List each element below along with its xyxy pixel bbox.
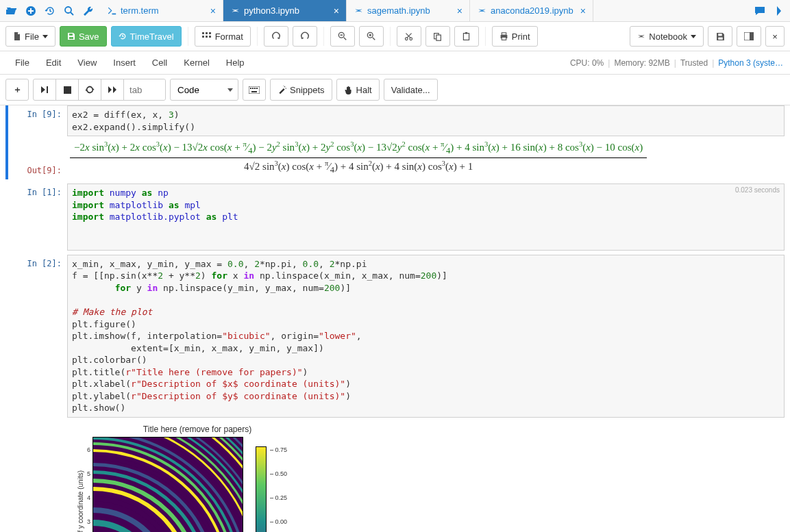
notebook-menubar: File Edit View Insert Cell Kernel Help C…: [0, 51, 790, 75]
new-icon[interactable]: [22, 2, 40, 20]
y-ticks: 6543210: [87, 446, 92, 532]
keyboard-button[interactable]: [243, 79, 266, 101]
file-dropdown[interactable]: File: [5, 26, 55, 47]
save-button[interactable]: Save: [60, 26, 107, 47]
tab-label: python3.ipynb: [244, 5, 330, 16]
close-icon[interactable]: ×: [457, 5, 462, 16]
tab-python3[interactable]: python3.ipynb ×: [223, 0, 347, 21]
code-input[interactable]: import numpy as np import matplotlib as …: [67, 183, 785, 251]
paste-button[interactable]: [454, 26, 479, 47]
history-icon[interactable]: [41, 2, 59, 20]
menu-insert[interactable]: Insert: [105, 55, 144, 71]
kernel-name[interactable]: Python 3 (syste…: [718, 58, 783, 68]
stop-button[interactable]: [55, 79, 79, 101]
code-cell[interactable]: In [9]: Out[9]: ex2 = diff(ex, x, 3) ex2…: [5, 105, 785, 179]
svg-rect-31: [251, 91, 257, 92]
code-input[interactable]: ex2 = diff(ex, x, 3) ex2.expand().simpli…: [67, 105, 785, 136]
svg-point-1: [65, 7, 71, 13]
run-all-button[interactable]: [101, 79, 124, 101]
menu-view[interactable]: View: [69, 55, 105, 71]
math-output: −2x sin3(x) + 2x cos3(x) − 13√2x cos(x +…: [67, 136, 785, 179]
svg-rect-25: [64, 86, 71, 94]
code-cell[interactable]: In [1]: import numpy as np import matplo…: [5, 183, 785, 251]
menu-kernel[interactable]: Kernel: [175, 55, 218, 71]
snippets-button[interactable]: Snippets: [270, 79, 332, 101]
halt-label: Halt: [356, 85, 372, 95]
menu-edit[interactable]: Edit: [38, 55, 69, 71]
save-nb-button[interactable]: [708, 26, 732, 47]
notebook-dropdown[interactable]: Notebook: [630, 26, 704, 47]
svg-rect-22: [718, 37, 723, 39]
save-label: Save: [79, 31, 99, 42]
folder-open-icon[interactable]: [3, 2, 21, 20]
redo-button[interactable]: [293, 26, 317, 47]
copy-button[interactable]: [425, 26, 450, 47]
copy-icon: [433, 32, 442, 41]
tab-input[interactable]: [124, 79, 165, 100]
zoom-in-button[interactable]: [359, 26, 384, 47]
stop-icon: [64, 86, 71, 94]
cut-button[interactable]: [397, 26, 421, 47]
topbar-icon-group: [0, 0, 100, 21]
chevron-right-icon[interactable]: [771, 3, 787, 19]
halt-button[interactable]: Halt: [336, 79, 380, 101]
svg-rect-29: [254, 88, 256, 89]
trusted-status[interactable]: Trusted: [680, 58, 708, 68]
notebook-body: In [9]: Out[9]: ex2 = diff(ex, x, 3) ex2…: [0, 105, 790, 532]
file-label: File: [25, 31, 39, 42]
validate-label: Validate...: [391, 85, 430, 95]
redo-icon: [300, 31, 310, 41]
undo-button[interactable]: [264, 26, 288, 47]
wrench-icon[interactable]: [79, 2, 97, 20]
menu-cell[interactable]: Cell: [144, 55, 175, 71]
close-icon[interactable]: ×: [580, 5, 586, 16]
tab-anaconda[interactable]: anaconda2019.ipynb ×: [470, 0, 593, 21]
svg-rect-5: [206, 32, 208, 34]
format-label: Format: [215, 31, 243, 42]
hand-icon: [344, 86, 353, 94]
tab-label: anaconda2019.ipynb: [491, 5, 576, 16]
tab-sagemath[interactable]: sagemath.ipynb ×: [347, 0, 470, 21]
run-next-button[interactable]: [33, 79, 56, 101]
menu-file[interactable]: File: [7, 55, 38, 71]
chat-icon[interactable]: [752, 3, 768, 19]
restart-button[interactable]: [78, 79, 101, 101]
timetravel-button[interactable]: TimeTravel: [111, 26, 182, 47]
svg-rect-26: [249, 86, 260, 94]
add-cell-button[interactable]: ＋: [5, 79, 29, 101]
layout-button[interactable]: [737, 26, 761, 47]
close-icon[interactable]: ×: [334, 5, 339, 16]
save-icon: [67, 32, 75, 40]
jupyter-icon: [354, 6, 363, 16]
tab-term[interactable]: term.term ×: [100, 0, 223, 21]
zoom-out-button[interactable]: [330, 26, 355, 47]
undo-icon: [271, 31, 281, 41]
format-button[interactable]: Format: [195, 26, 251, 47]
cpu-status: CPU: 0%: [570, 58, 604, 68]
notebook-label: Notebook: [649, 31, 687, 42]
print-button[interactable]: Print: [492, 26, 538, 47]
format-icon: [202, 32, 212, 40]
search-icon[interactable]: [60, 2, 78, 20]
svg-rect-24: [750, 32, 754, 40]
close-icon[interactable]: ×: [210, 5, 216, 16]
svg-rect-27: [250, 88, 251, 89]
mem-status: Memory: 92MB: [614, 58, 669, 68]
plot-ylabel: Description of y coordinate (units): [74, 470, 87, 532]
close-nb-button[interactable]: ×: [765, 26, 785, 47]
file-icon: [13, 32, 21, 40]
app-tabbar: term.term × python3.ipynb × sagemath.ipy…: [0, 0, 790, 22]
tab-label: sagemath.ipynb: [367, 5, 453, 16]
svg-rect-9: [209, 36, 211, 38]
magic-icon: [277, 86, 286, 94]
layout-icon: [744, 32, 754, 40]
plot-title: Title here (remove for papers): [74, 422, 321, 437]
validate-button[interactable]: Validate...: [384, 79, 438, 101]
code-input[interactable]: x_min, x_max, y_min, y_max = 0.0, 2*np.p…: [67, 255, 785, 418]
menu-help[interactable]: Help: [218, 55, 253, 71]
svg-rect-21: [718, 34, 721, 36]
code-cell[interactable]: In [2]: x_min, x_max, y_min, y_max = 0.0…: [5, 255, 785, 418]
celltype-select[interactable]: Code: [170, 79, 238, 101]
svg-rect-15: [436, 35, 441, 40]
step-icon: [40, 86, 49, 94]
